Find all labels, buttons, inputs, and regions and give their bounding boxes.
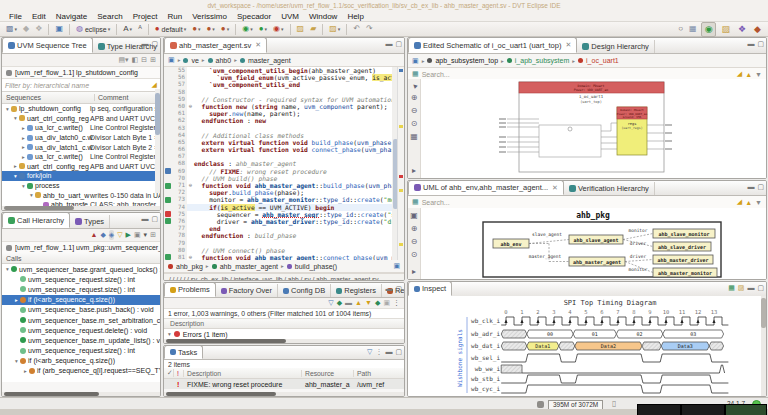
tree-expand-icon[interactable]: ▸ — [20, 144, 27, 150]
search-up-icon[interactable]: ▲ — [745, 199, 752, 206]
minimize-icon[interactable]: ▬ — [747, 284, 754, 292]
sequence-tree-row[interactable]: ▸ua_lcr_c.write()Line Control Register, … — [2, 123, 160, 133]
tree-expand-icon[interactable]: ▾ — [28, 192, 35, 198]
breadcrumb-item[interactable]: build_phase() — [295, 263, 337, 270]
call-hierarchy-row[interactable]: ▾if (i<arb_sequence_q.size()) — [2, 356, 160, 366]
column-description[interactable]: Description — [184, 370, 302, 377]
sequence-tree-row[interactable]: ▾fork/join — [2, 171, 160, 181]
column-resource[interactable]: Resource — [302, 370, 354, 377]
filter-icon[interactable]: ◢ — [152, 81, 157, 89]
toolbar-last-edit-button[interactable]: ↶ — [351, 23, 362, 35]
toolbar-new-wizard-button[interactable]: ▩▾ — [4, 23, 19, 35]
perspective-debug-button[interactable]: ▨ — [718, 23, 733, 36]
zoom-in-icon[interactable]: ⊕ — [411, 224, 418, 233]
menu-icon[interactable]: ⋮ — [393, 298, 400, 308]
dock-window-thumbnail[interactable] — [725, 404, 767, 415]
breadcrumb-item[interactable]: apb_subsystem_top — [435, 57, 498, 64]
maximize-icon[interactable]: ▢ — [151, 215, 158, 223]
code-line[interactable]: 69 // FIXME: wrong reset procedure — [164, 168, 404, 175]
call-hierarchy-row[interactable]: uvm_sequencer_base.m_update_lists() : vo… — [2, 335, 160, 345]
run-checks-icon[interactable]: ◆ — [375, 298, 380, 308]
tree-expand-icon[interactable]: ▸ — [20, 125, 27, 131]
zoom-fit-icon[interactable]: ⊙ — [411, 250, 418, 259]
code-line[interactable]: 66 extern virtual function void connect_… — [164, 146, 404, 153]
toolbar-search-dialog-button[interactable]: ▰ — [308, 23, 318, 35]
dropdown-arrow-icon[interactable]: ▾ — [198, 26, 201, 32]
zoom-out-icon[interactable]: ⊖ — [411, 106, 418, 115]
zoom-out-icon[interactable]: ⊖ — [411, 237, 418, 246]
expand-icon[interactable]: ⊞ — [150, 230, 156, 240]
zoom-in-icon[interactable]: ⊕ — [411, 93, 418, 102]
dropdown-arrow-icon[interactable]: ▾ — [212, 26, 215, 32]
code-line[interactable]: 68endclass : ahb_master_agent — [164, 160, 404, 167]
toolbar-compile-run-button[interactable]: ●▾ — [219, 23, 231, 35]
uml-canvas[interactable]: ahb_pkgahb_envahb_slave_agentahb_master_… — [421, 208, 766, 279]
code-line[interactable]: 58 — [164, 89, 404, 96]
minimize-icon[interactable]: ▬ — [385, 348, 392, 356]
call-hierarchy-row[interactable]: uvm_sequence_base.push_back() : void — [2, 305, 160, 315]
menu-verissimo[interactable]: Verissimo — [187, 12, 232, 21]
export-icon[interactable]: ▦ — [728, 284, 735, 292]
tab-registers[interactable]: Registers — [331, 284, 382, 297]
tab-config-db[interactable]: Config DB — [278, 284, 331, 297]
breadcrumb-item[interactable]: ahb_master_agent — [220, 263, 278, 270]
tab-problems[interactable]: Problems — [164, 282, 216, 297]
call-hierarchy-row[interactable]: uvm_sequence_request.size() : int — [2, 346, 160, 356]
toolbar-run-button[interactable]: ◉▾ — [240, 23, 255, 35]
code-line[interactable]: 71⊖ function void ahb_master_agent::buil… — [164, 182, 404, 189]
filter-icon[interactable]: ◢ — [737, 70, 742, 78]
toolbar-save-all-button[interactable]: ❖ — [33, 23, 44, 35]
maximize-icon[interactable]: ▢ — [395, 285, 402, 293]
menu-uvm[interactable]: UVM — [276, 12, 304, 21]
tab-uml[interactable]: UML of ahb_env,ahb_master_agent...✕ — [408, 180, 564, 195]
focus-icon[interactable]: ▲ — [90, 230, 97, 240]
overview-ruler[interactable] — [397, 67, 404, 260]
link-editor-icon[interactable]: ◧ — [132, 55, 139, 65]
toolbar-font-decrease-button[interactable]: ᴬ — [136, 23, 144, 35]
call-hierarchy-row[interactable]: ▸if (i<arb_sequence_q.size()) — [2, 295, 160, 305]
call-hierarchy-row[interactable]: ▾uvm_sequencer_base.grant_queued_locks()… — [2, 264, 160, 274]
sequence-tree-row[interactable]: ▾process — [2, 181, 160, 191]
minimize-icon[interactable]: ▬ — [747, 183, 754, 191]
tab-design-hierarchy[interactable]: Design Hierarchy — [577, 40, 655, 53]
menu-file[interactable]: File — [4, 12, 27, 21]
maximize-icon[interactable]: ▢ — [757, 183, 764, 191]
tab-types[interactable]: Types — [70, 215, 110, 228]
sequence-filter[interactable]: Filter by: hierarchical name ◢ — [2, 78, 160, 92]
maximize-icon[interactable]: ▢ — [395, 348, 402, 356]
code-line[interactable]: 65 extern virtual function void build_ph… — [164, 139, 404, 146]
fold-icon[interactable]: ⊖ — [187, 182, 194, 189]
code-line[interactable]: 61 super.new(name, parent); — [164, 110, 404, 117]
tab-tasks[interactable]: Tasks — [164, 345, 203, 359]
code-line[interactable]: 59 // Constructor - required syntax for … — [164, 96, 404, 103]
sequence-tree-row[interactable]: ▸ua_lcr_c.write()Line Control Register, … — [2, 152, 160, 162]
sequence-tree-row[interactable]: ▾uart_ctrl_config_regAPB and UART UVC se… — [2, 114, 160, 124]
tab-uvm-sequence-tree[interactable]: UVM Sequence Tree — [2, 37, 93, 53]
zoom-fit-icon[interactable]: ⊙ — [411, 119, 418, 128]
dropdown-arrow-icon[interactable]: ▾ — [227, 26, 230, 32]
menu-help[interactable]: Help — [342, 12, 368, 21]
sequence-tree-row[interactable]: ▾lp_shutdown_configlp seq, configuration… — [2, 104, 160, 114]
open-folder-icon[interactable]: ▨ — [738, 284, 745, 292]
tree-expand-icon[interactable]: ▾ — [12, 173, 19, 179]
menu-search[interactable]: Search — [92, 12, 127, 21]
close-icon[interactable]: ✕ — [565, 41, 571, 49]
call-hierarchy-row[interactable]: uvm_sequencer_base.m_set_arbitration_com… — [2, 315, 160, 325]
breadcrumb-item[interactable]: ahb_pkg — [176, 263, 203, 270]
code-line[interactable]: 76 driver = ahb_master_driver::type_id::… — [164, 218, 404, 225]
dock-window-thumbnail[interactable] — [681, 404, 725, 415]
filter-icon[interactable]: ▽ — [367, 348, 372, 356]
toolbar-quick-search-button[interactable]: ○ — [676, 23, 685, 35]
code-line[interactable]: 63 — [164, 125, 404, 132]
menu-specador[interactable]: Specador — [232, 12, 276, 21]
filter-icon[interactable]: ◢ — [737, 198, 742, 206]
dropdown-arrow-icon[interactable]: ▾ — [250, 26, 253, 32]
tree-expand-icon[interactable]: ▾ — [4, 266, 11, 272]
schematic-canvas[interactable]: Domain: PDuart Power: VDD_UART_ao i_oc_u… — [421, 79, 766, 178]
gc-icon[interactable] — [537, 401, 544, 408]
breadcrumb-item[interactable]: i_apb_subsystem — [515, 57, 569, 64]
code-line[interactable]: 73 monitor = ahb_master_monitor::type_id… — [164, 196, 404, 203]
expand-all-icon[interactable]: ⊞ — [150, 55, 156, 65]
close-icon[interactable]: ✕ — [255, 41, 261, 49]
toolbar-eclipse-launch-button[interactable]: ◍eclipse▾ — [74, 23, 112, 35]
